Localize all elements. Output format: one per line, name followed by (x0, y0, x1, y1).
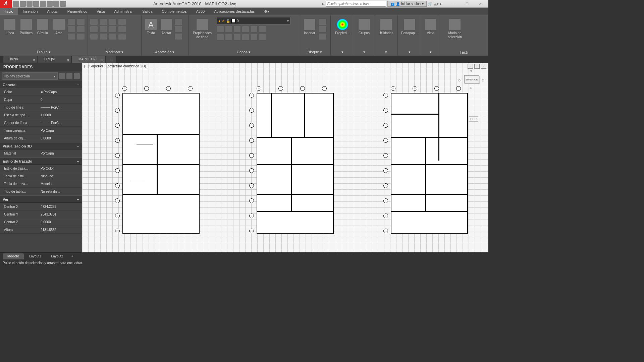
stretch-icon[interactable] (90, 33, 98, 40)
vp-close-icon[interactable]: ✕ (481, 64, 486, 69)
qat-undo-icon[interactable] (47, 1, 53, 7)
region-icon[interactable] (77, 33, 85, 40)
explode-icon[interactable] (118, 26, 126, 33)
trim-icon[interactable] (109, 18, 117, 25)
qat-open-icon[interactable] (20, 1, 26, 7)
menutab-administrar[interactable]: Administrar (109, 8, 138, 15)
prop-value[interactable]: Modelo (39, 182, 82, 186)
menutab-inicio[interactable]: Inicio (0, 8, 18, 15)
panel-title-utilidades[interactable]: ▾ (376, 49, 395, 55)
qat-redo-icon[interactable] (53, 1, 59, 7)
prop-value[interactable]: 4724.2285 (39, 205, 82, 208)
filetab-dibujo1[interactable]: Dibujo1× (38, 56, 71, 63)
tool-texto[interactable]: ATexto (144, 17, 158, 35)
block-create-icon[interactable] (319, 18, 327, 25)
menutab-inserción[interactable]: Inserción (18, 8, 43, 15)
prop-row[interactable]: Tabla de traza...Modelo (0, 180, 82, 188)
panel-title-bloque[interactable]: Bloque ▾ (301, 49, 328, 55)
erase-icon[interactable] (118, 18, 126, 25)
menutab-paramétrico[interactable]: Paramétrico (63, 8, 92, 15)
autocad-logo[interactable]: A (0, 0, 12, 8)
panel-title-portapapeles[interactable]: ▾ (400, 49, 419, 55)
prop-section-visualización-3d[interactable]: Visualización 3D− (0, 142, 82, 149)
prop-value[interactable]: 0.0000 (39, 136, 82, 140)
block-attr-icon[interactable] (319, 33, 327, 40)
layer-lock-icon[interactable] (233, 26, 241, 33)
qat-save-icon[interactable] (26, 1, 33, 7)
prop-section-estilo-de-trazado[interactable]: Estilo de trazado− (0, 157, 82, 165)
panel-title-modificar[interactable]: Modificar ▾ (90, 49, 139, 55)
panel-title-anotacion[interactable]: Anotación ▾ (144, 49, 186, 55)
prop-row[interactable]: Centrar Y2543.3701 (0, 210, 82, 218)
maximize-button[interactable]: ☐ (460, 0, 474, 7)
drawing-canvas[interactable]: [−][Superior][Estructura alámbrica 2D] −… (82, 63, 488, 252)
prop-row[interactable]: Tipo de tabla...No está dis... (0, 188, 82, 195)
layer-iso-icon[interactable] (242, 26, 249, 33)
prop-row[interactable]: Estilo de traza...PorColor (0, 165, 82, 172)
spline-icon[interactable] (77, 26, 85, 33)
layer-walk-icon[interactable] (259, 34, 266, 41)
ribbon-settings-icon[interactable]: ⚙▾ (259, 8, 274, 15)
prop-row[interactable]: Tipo de línea──── PorC... (0, 104, 82, 111)
prop-row[interactable]: Grosor de línea──── PorC... (0, 119, 82, 127)
help-icon[interactable]: ◬▾ (434, 2, 439, 6)
quickselect-icon[interactable] (59, 73, 65, 79)
layouttab-layout2[interactable]: Layout2 (47, 253, 68, 259)
prop-value[interactable]: No está dis... (39, 190, 82, 193)
prop-row[interactable]: Capa0 (0, 96, 82, 104)
tool-tactil[interactable]: Modo de selección (442, 17, 468, 39)
prop-row[interactable]: TransparenciaPorCapa (0, 127, 82, 134)
array-icon[interactable] (109, 33, 117, 40)
pickadd-icon[interactable] (66, 73, 72, 79)
add-layout-button[interactable]: + (68, 253, 76, 259)
qat-saveas-icon[interactable] (33, 1, 39, 7)
layer-thaw-icon[interactable] (225, 34, 232, 41)
layer-unlock-icon[interactable] (233, 34, 241, 41)
panel-title-grupos[interactable]: ▾ (356, 49, 372, 55)
layer-uniso-icon[interactable] (242, 34, 249, 41)
qat-new-icon[interactable] (13, 1, 19, 7)
prop-row[interactable]: Centrar X4724.2285 (0, 203, 82, 210)
menutab-anotar[interactable]: Anotar (42, 8, 62, 15)
layer-cur-icon[interactable] (250, 34, 258, 41)
minimize-button[interactable]: ─ (447, 0, 460, 7)
vp-minimize-icon[interactable]: − (468, 64, 473, 69)
table-icon[interactable] (174, 26, 182, 33)
qat-plot-icon[interactable] (40, 1, 46, 7)
tool-vista[interactable]: Vista (423, 17, 438, 35)
prop-row[interactable]: Color■ PorCapa (0, 88, 82, 96)
tool-arco[interactable]: Arco (51, 17, 67, 35)
layouttab-layout1[interactable]: Layout1 (24, 253, 46, 259)
prop-row[interactable]: Centrar Z0.0000 (0, 218, 82, 226)
menutab-vista[interactable]: Vista (92, 8, 109, 15)
login-button[interactable]: 👥 👤 Iniciar sesión ▾ (387, 1, 427, 7)
layer-off-icon[interactable] (217, 26, 224, 33)
selection-combo[interactable]: No hay selección▾ (2, 72, 58, 80)
layer-on-icon[interactable] (217, 34, 224, 41)
search-arrow-icon[interactable]: ▸ (322, 2, 324, 6)
prop-value[interactable]: Ninguno (39, 174, 82, 178)
tool-insertar[interactable]: Insertar (301, 17, 318, 35)
prop-row[interactable]: Escala de tipo...1.0000 (0, 111, 82, 119)
block-edit-icon[interactable] (319, 26, 327, 33)
hatch-icon[interactable] (67, 26, 75, 33)
add-filetab-button[interactable]: + (106, 56, 116, 63)
point-icon[interactable] (67, 33, 75, 40)
leader-icon[interactable] (174, 18, 182, 25)
prop-value[interactable]: ──── PorC... (39, 121, 82, 125)
selectobj-icon[interactable] (74, 73, 80, 79)
close-tab-icon[interactable]: × (67, 57, 69, 64)
menutab-salida[interactable]: Salida (138, 8, 157, 15)
prop-value[interactable]: ──── PorC... (39, 106, 82, 109)
prop-value[interactable]: PorCapa (39, 152, 82, 155)
offset-icon[interactable] (118, 33, 126, 40)
prop-value[interactable]: ■ PorCapa (39, 90, 82, 94)
prop-section-general[interactable]: General− (0, 81, 82, 88)
qat-workspace-icon[interactable] (60, 1, 66, 7)
panel-title-propiedades[interactable]: ▾ (333, 49, 352, 55)
search-input[interactable] (326, 1, 386, 7)
tool-portapapeles[interactable]: Portapap... (400, 17, 419, 35)
mtext-icon[interactable] (174, 33, 182, 40)
prop-row[interactable]: Altura de obj...0.0000 (0, 134, 82, 142)
layouttab-modelo[interactable]: Modelo (3, 253, 24, 259)
